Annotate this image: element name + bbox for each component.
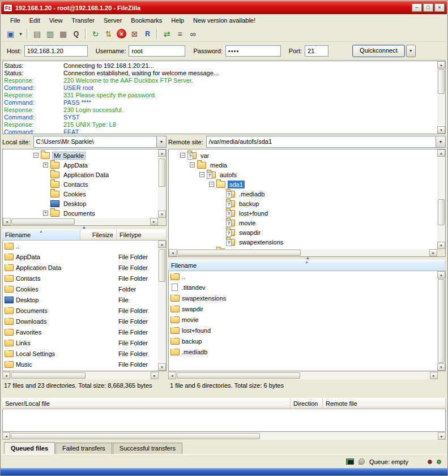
remote-site-combobox[interactable]: /var/media/autofs/sda1 ▼ xyxy=(206,136,446,148)
tree-expander-icon[interactable]: − xyxy=(199,172,204,177)
remote-file-row[interactable]: swapextensions xyxy=(169,293,445,303)
queue-tab[interactable]: Successful transfers xyxy=(113,443,182,454)
ear-icon[interactable] xyxy=(359,458,365,465)
port-input[interactable]: 21 xyxy=(305,45,328,57)
queue-hscrollbar[interactable]: ◄ ► xyxy=(2,432,446,440)
remote-file-column-header[interactable]: Remote file xyxy=(323,398,446,409)
transfer-queue-list[interactable] xyxy=(2,409,446,432)
remote-file-row[interactable]: .mediadb xyxy=(169,346,445,357)
tree-expander-icon[interactable]: − xyxy=(190,162,195,168)
scroll-right-icon[interactable]: ► xyxy=(151,372,159,379)
scroll-down-icon[interactable]: ▼ xyxy=(158,211,166,218)
maximize-button[interactable]: □ xyxy=(423,3,433,12)
scroll-left-icon[interactable]: ◄ xyxy=(168,372,176,379)
refresh-button[interactable]: ↻ xyxy=(89,27,102,40)
toggle-local-tree-button[interactable]: ▥ xyxy=(44,27,57,40)
remote-tree-item[interactable]: backup xyxy=(169,199,437,208)
remote-list-hscrollbar[interactable]: ◄ ► xyxy=(168,372,438,379)
chevron-down-icon[interactable]: ▼ xyxy=(436,136,445,147)
reconnect-button[interactable]: R xyxy=(141,27,154,40)
remote-tree-item[interactable]: .mediadb xyxy=(169,189,437,199)
scroll-left-icon[interactable]: ◄ xyxy=(169,249,177,256)
quickconnect-dropdown-arrow[interactable]: ▼ xyxy=(406,45,416,57)
local-tree-vscrollbar[interactable]: ▲ ▼ xyxy=(158,149,166,218)
menu-item[interactable]: Bookmarks xyxy=(126,15,167,25)
menu-item[interactable]: Transfer xyxy=(67,15,99,25)
tree-expander-icon[interactable]: − xyxy=(33,153,39,158)
scroll-down-icon[interactable]: ▼ xyxy=(437,242,445,249)
chevron-down-icon[interactable]: ▼ xyxy=(156,136,166,147)
remote-tree-vscrollbar[interactable]: ▲ ▼ xyxy=(437,149,445,249)
remote-file-row[interactable]: swapdir xyxy=(169,303,445,314)
local-tree-item[interactable]: Cookies xyxy=(3,189,158,199)
directory-comparison-button[interactable]: ≡ xyxy=(173,27,186,40)
scrollbar-thumb[interactable] xyxy=(438,69,445,94)
log-scrollbar[interactable]: ▲ ▼ xyxy=(437,61,445,134)
site-manager-dropdown-arrow[interactable]: ▾ xyxy=(17,27,24,40)
scroll-up-icon[interactable]: ▲ xyxy=(158,149,166,157)
local-site-path[interactable]: C:\Users\Mr Sparkle\ xyxy=(34,136,156,147)
local-file-row[interactable]: Downloads File Folder xyxy=(3,316,166,327)
remote-file-row[interactable]: backup xyxy=(169,336,445,346)
scroll-right-icon[interactable]: ► xyxy=(429,249,437,256)
remote-file-row[interactable]: lost+found xyxy=(169,325,445,336)
splitter-grip-icon[interactable]: ▴ xyxy=(306,256,309,260)
tree-expander-icon[interactable]: + xyxy=(43,162,48,168)
local-tree-item[interactable]: + AppData xyxy=(3,160,158,170)
filename-column-header[interactable]: Filename ▲ xyxy=(2,229,80,241)
process-queue-button[interactable]: ⇅ xyxy=(102,27,115,40)
close-button[interactable]: × xyxy=(434,3,445,12)
scroll-right-icon[interactable]: ► xyxy=(430,372,438,379)
toggle-queue-button[interactable]: Q xyxy=(70,27,83,40)
local-file-row[interactable]: Local Settings File Folder xyxy=(3,348,166,359)
scroll-up-icon[interactable]: ▲ xyxy=(437,271,445,278)
remote-list-vscrollbar[interactable]: ▲ ▼ xyxy=(437,271,445,371)
scrollbar-thumb[interactable] xyxy=(11,433,260,439)
remote-tree-item[interactable]: movie xyxy=(169,218,437,228)
site-manager-button[interactable]: ▣ xyxy=(4,27,17,40)
scrollbar-thumb[interactable] xyxy=(177,372,300,379)
scroll-up-icon[interactable]: ▲ xyxy=(437,149,445,157)
local-file-row[interactable]: AppData File Folder xyxy=(3,251,166,262)
disconnect-button[interactable]: ⊠ xyxy=(128,27,141,40)
filesize-column-header[interactable]: Filesize xyxy=(80,229,117,241)
remote-tree-item[interactable]: − autofs xyxy=(169,170,437,179)
remote-tree-item[interactable]: swapextensions xyxy=(169,237,437,247)
remote-tree-item[interactable]: − sda1 xyxy=(169,179,437,189)
tree-expander-icon[interactable]: − xyxy=(209,182,214,187)
tree-expander-icon[interactable]: + xyxy=(43,211,48,216)
filename-column-header[interactable]: Filename ▲ xyxy=(168,260,446,271)
scrollbar-thumb[interactable] xyxy=(438,279,445,363)
quickconnect-button[interactable]: Quickconnect xyxy=(352,45,405,57)
menu-item[interactable]: Edit xyxy=(25,15,45,25)
tree-expander-icon[interactable]: − xyxy=(180,153,185,158)
local-file-row[interactable]: Music File Folder xyxy=(3,359,166,370)
filetype-column-header[interactable]: Filetype xyxy=(117,229,167,241)
queue-tab[interactable]: Failed transfers xyxy=(56,443,112,454)
remote-file-row[interactable]: .titandev xyxy=(169,282,445,293)
username-input[interactable]: root xyxy=(129,45,185,57)
local-site-combobox[interactable]: C:\Users\Mr Sparkle\ ▼ xyxy=(33,136,167,148)
scroll-left-icon[interactable]: ◄ xyxy=(2,432,10,440)
minimize-button[interactable]: – xyxy=(412,3,422,12)
local-tree-item[interactable]: Desktop xyxy=(3,199,158,208)
menu-item[interactable]: Server xyxy=(99,15,126,25)
titlebar[interactable]: Fz 192.168.1.20 - root@192.168.1.20 - Fi… xyxy=(1,1,447,14)
host-input[interactable]: 192.168.1.20 xyxy=(24,45,88,57)
find-files-button[interactable]: ∞ xyxy=(186,27,199,40)
menu-item[interactable]: Help xyxy=(167,15,189,25)
scrollbar-thumb[interactable] xyxy=(159,249,165,282)
menu-item[interactable]: New version available! xyxy=(189,15,260,25)
scrollbar-thumb[interactable] xyxy=(177,250,301,256)
toggle-remote-tree-button[interactable]: ▦ xyxy=(57,27,70,40)
remote-site-path[interactable]: /var/media/autofs/sda1 xyxy=(207,136,436,147)
local-file-row[interactable]: Documents File Folder xyxy=(3,305,166,316)
scroll-right-icon[interactable]: ► xyxy=(150,218,158,225)
scrollbar-thumb[interactable] xyxy=(159,158,165,187)
synchronized-browsing-button[interactable]: ⇄ xyxy=(160,27,173,40)
remote-tree-item[interactable]: lost+found xyxy=(169,208,437,218)
local-tree-hscrollbar[interactable]: ◄ ► xyxy=(3,218,158,225)
local-file-row[interactable]: Application Data File Folder xyxy=(3,262,166,273)
remote-tree-hscrollbar[interactable]: ◄ ► xyxy=(169,249,437,256)
monitor-icon[interactable] xyxy=(346,458,354,465)
